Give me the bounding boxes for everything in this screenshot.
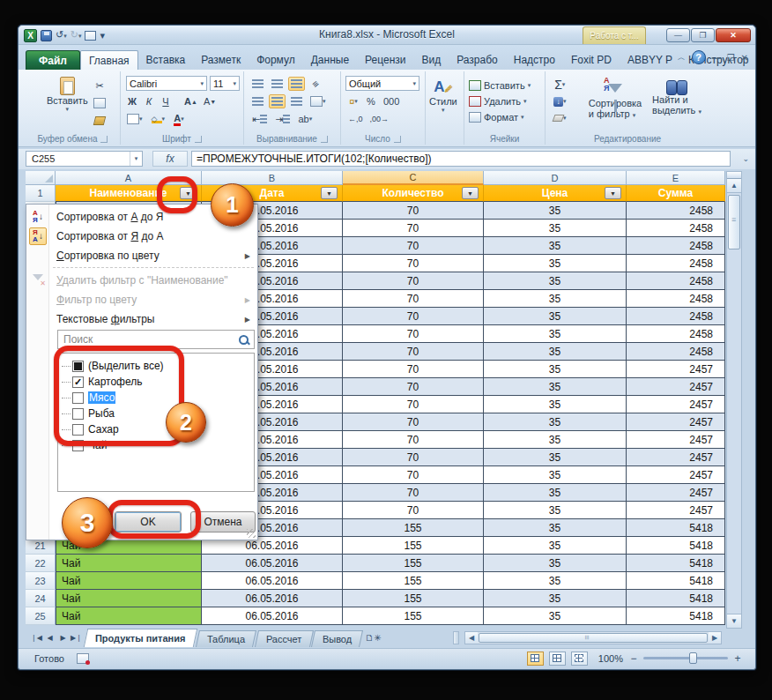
decrease-decimal-icon[interactable]: ,00→ xyxy=(367,112,392,126)
clear-icon[interactable]: ▾ xyxy=(551,111,569,125)
cell-qty[interactable]: 155 xyxy=(343,590,484,607)
row-header-1[interactable]: 1 xyxy=(26,185,56,202)
tab-файл[interactable]: Файл xyxy=(26,50,80,70)
minimize-button[interactable]: — xyxy=(666,28,690,42)
cell-name[interactable]: Чай xyxy=(56,590,202,607)
cell-qty[interactable]: 70 xyxy=(343,255,484,272)
orientation-icon[interactable]: ≡ xyxy=(305,73,326,94)
tab-scrollbar-splitter[interactable] xyxy=(453,631,459,644)
cell-qty[interactable]: 70 xyxy=(343,272,484,290)
popup-resize-grip[interactable] xyxy=(247,529,256,538)
align-left-icon[interactable] xyxy=(249,94,266,108)
cell-qty[interactable]: 155 xyxy=(343,537,484,555)
zoom-in-icon[interactable]: + xyxy=(732,652,743,665)
search-icon[interactable] xyxy=(238,334,249,346)
column-header-D[interactable]: D xyxy=(484,171,627,185)
cell-qty[interactable]: 155 xyxy=(343,519,484,537)
prev-sheet-icon[interactable]: ◀ xyxy=(44,634,56,642)
cell-price[interactable]: 35 xyxy=(484,343,627,361)
cell-price[interactable]: 35 xyxy=(484,290,627,308)
cut-icon[interactable]: ✂ xyxy=(91,78,108,93)
doc-restore-icon[interactable]: ❐ xyxy=(727,53,735,63)
cell-name[interactable]: Чай xyxy=(56,607,202,625)
cell-sum[interactable]: 2458 xyxy=(627,325,725,343)
cell-sum[interactable]: 5418 xyxy=(627,572,725,590)
cell-price[interactable]: 35 xyxy=(484,272,627,290)
cell-qty[interactable]: 70 xyxy=(343,502,484,519)
scroll-up-icon[interactable]: ▲ xyxy=(727,179,741,193)
copy-icon[interactable] xyxy=(91,96,108,110)
select-all-corner[interactable] xyxy=(26,171,56,185)
scrollbar-split-box[interactable] xyxy=(727,172,741,179)
insert-function-button[interactable]: fx xyxy=(152,151,188,167)
scroll-left-icon[interactable]: ◀ xyxy=(465,632,478,644)
doc-close-icon[interactable]: ✕ xyxy=(741,53,748,63)
cell-qty[interactable]: 70 xyxy=(343,413,484,431)
horizontal-scrollbar[interactable]: ◀ ▶ xyxy=(464,631,722,644)
tab-рецензи[interactable]: Рецензи xyxy=(357,50,413,70)
cell-qty[interactable]: 70 xyxy=(343,308,484,325)
cell-price[interactable]: 35 xyxy=(484,413,627,431)
price-filter-button[interactable]: ▼ xyxy=(605,187,621,199)
menu-sort-by-color[interactable]: Сортировка по цвету ▶ xyxy=(50,246,256,265)
row-header-24[interactable]: 24 xyxy=(26,590,56,607)
cell-sum[interactable]: 2457 xyxy=(627,396,725,413)
tab-вид[interactable]: Вид xyxy=(414,50,449,70)
cell-qty[interactable]: 155 xyxy=(343,572,484,590)
cell-price[interactable]: 35 xyxy=(484,519,627,537)
column-header-C[interactable]: C xyxy=(343,171,484,185)
horizontal-scroll-thumb[interactable] xyxy=(479,633,708,643)
font-dialog-launcher[interactable] xyxy=(195,136,202,143)
qty-filter-button[interactable]: ▼ xyxy=(462,187,479,199)
paste-button[interactable]: Вставить▾ xyxy=(47,77,88,113)
cell-sum[interactable]: 2457 xyxy=(627,378,725,396)
contextual-tab-header[interactable]: Работа с т... xyxy=(583,26,646,44)
cell-qty[interactable]: 70 xyxy=(343,484,484,502)
cell-price[interactable]: 35 xyxy=(484,361,627,378)
cell-sum[interactable]: 2458 xyxy=(627,272,725,290)
fill-icon[interactable]: ↓▾ xyxy=(551,94,569,108)
cell-qty[interactable]: 70 xyxy=(343,466,484,484)
cell-qty[interactable]: 70 xyxy=(343,202,484,220)
cell-sum[interactable]: 2457 xyxy=(627,449,725,466)
help-icon[interactable]: ? xyxy=(692,50,706,64)
find-select-button[interactable]: Найти ивыделить ▾ xyxy=(650,77,704,117)
tab-foxit pd[interactable]: Foxit PD xyxy=(563,50,620,70)
borders-icon[interactable]: ▾ xyxy=(124,112,145,126)
insert-cells-button[interactable]: Вставить▾ xyxy=(469,78,531,93)
menu-sort-za[interactable]: Сортировка от Я до А xyxy=(50,227,256,246)
align-top-icon[interactable] xyxy=(249,77,266,91)
cell-qty[interactable]: 70 xyxy=(343,396,484,413)
sheet-tab-рассчет[interactable]: Рассчет xyxy=(255,630,314,647)
cell-qty[interactable]: 70 xyxy=(343,431,484,449)
styles-button[interactable]: А🖉 Стили▾ xyxy=(429,78,457,114)
cell-price[interactable]: 35 xyxy=(484,537,627,555)
insert-sheet-icon[interactable]: 🗋✳ xyxy=(363,629,382,647)
align-middle-icon[interactable] xyxy=(269,77,286,91)
scroll-down-icon[interactable]: ▼ xyxy=(727,614,741,628)
number-dialog-launcher[interactable] xyxy=(394,136,401,143)
cell-qty[interactable]: 70 xyxy=(343,378,484,396)
align-center-icon[interactable] xyxy=(269,94,286,108)
format-painter-icon[interactable] xyxy=(91,114,108,128)
cell-sum[interactable]: 5418 xyxy=(627,519,725,537)
thousands-icon[interactable]: 000 xyxy=(381,94,402,108)
formula-input[interactable]: =ПРОМЕЖУТОЧНЫЕ.ИТОГИ(102;[Количество]) xyxy=(191,151,731,167)
clipboard-dialog-launcher[interactable] xyxy=(100,136,108,143)
cell-price[interactable]: 35 xyxy=(484,572,627,590)
cell-qty[interactable]: 70 xyxy=(343,290,484,308)
cell-price[interactable]: 35 xyxy=(484,431,627,449)
zoom-level[interactable]: 100% xyxy=(598,653,623,664)
cell-date[interactable]: 06.05.2016 xyxy=(202,572,343,590)
decrease-font-icon[interactable]: А▼ xyxy=(201,94,219,108)
cell-qty[interactable]: 155 xyxy=(343,607,484,625)
cell-date[interactable]: 06.05.2016 xyxy=(202,555,343,572)
cell-sum[interactable]: 2458 xyxy=(627,343,725,361)
tab-разметк[interactable]: Разметк xyxy=(193,50,249,70)
cell-price[interactable]: 35 xyxy=(484,607,627,625)
cell-price[interactable]: 35 xyxy=(484,202,627,220)
cell-sum[interactable]: 2458 xyxy=(627,237,725,255)
sheet-tab-вывод[interactable]: Вывод xyxy=(311,630,363,647)
name-box-dropdown-icon[interactable]: ▾ xyxy=(130,152,142,166)
column-header-E[interactable]: E xyxy=(627,171,725,185)
